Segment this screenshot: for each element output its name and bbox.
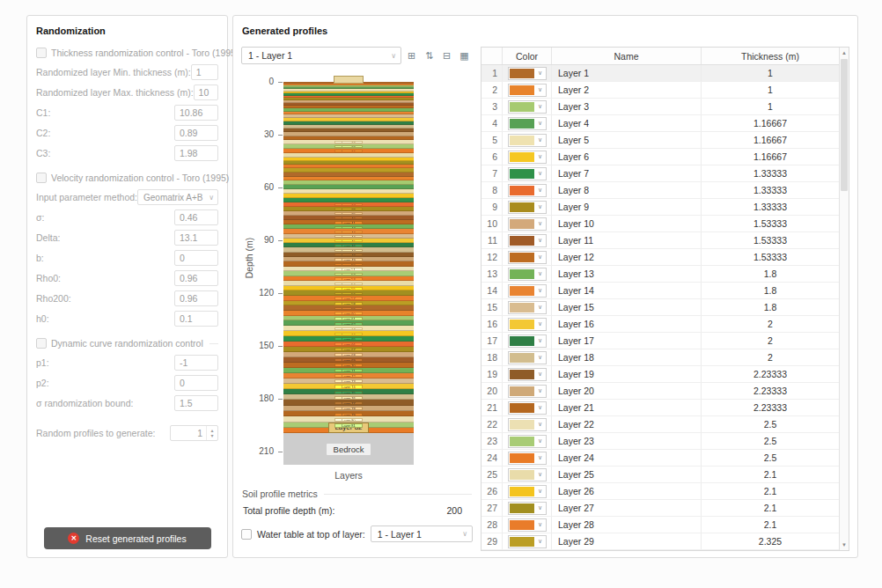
color-picker[interactable]: ∨ [508,518,547,532]
field-input[interactable]: 0.96 [174,270,218,286]
color-picker[interactable]: ∨ [508,468,547,481]
table-row[interactable]: 7 ∨ Layer 7 1.33333 [481,165,839,182]
thickness-cell[interactable]: 2.1 [702,483,839,499]
layer-name-cell[interactable]: Layer 25 [552,467,702,482]
table-row[interactable]: 2 ∨ Layer 2 1 [481,82,839,99]
color-picker[interactable]: ∨ [508,184,547,197]
field-input[interactable]: 0.89 [174,125,218,141]
table-row[interactable]: 12 ∨ Layer 12 1.53333 [481,249,839,266]
stepper-down-icon[interactable]: ▾ [210,433,213,438]
layer-name-cell[interactable]: Layer 11 [552,232,702,248]
thickness-cell[interactable]: 2.1 [702,517,839,533]
thickness-cell[interactable]: 1.16667 [702,132,839,148]
table-row[interactable]: 19 ∨ Layer 19 2.23333 [481,366,839,383]
thickness-cell[interactable]: 1.8 [702,299,839,315]
water-table-checkbox[interactable] [241,529,252,540]
field-input[interactable]: -1 [174,355,218,371]
thickness-cell[interactable]: 1.33333 [702,182,839,198]
stepper-arrows[interactable]: ▴ ▾ [206,426,217,440]
color-picker[interactable]: ∨ [508,284,547,298]
color-picker[interactable]: ∨ [508,151,547,164]
thickness-cell[interactable]: 1.8 [702,266,839,282]
thickness-cell[interactable]: 1 [702,99,839,114]
table-row[interactable]: 25 ∨ Layer 25 2.1 [481,467,839,483]
layer-name-cell[interactable]: Layer 9 [552,199,702,215]
color-picker[interactable]: ∨ [508,452,547,465]
layer-name-cell[interactable]: Layer 26 [552,483,702,499]
color-picker[interactable]: ∨ [508,251,547,264]
table-row[interactable]: 21 ∨ Layer 21 2.23333 [481,400,839,416]
field-input[interactable]: 1.5 [174,395,218,411]
color-picker[interactable]: ∨ [508,351,547,364]
color-picker[interactable]: ∨ [508,368,547,381]
thickness-cell[interactable]: 1 [702,65,839,81]
table-scrollbar[interactable]: ▲ ▼ [839,48,849,550]
color-picker[interactable]: ∨ [508,334,547,348]
table-row[interactable]: 20 ∨ Layer 20 2.23333 [481,383,839,400]
table-row[interactable]: 15 ∨ Layer 15 1.8 [481,299,839,316]
color-picker[interactable]: ∨ [508,134,547,147]
add-layer-icon[interactable]: ⊞ [404,48,419,62]
table-row[interactable]: 13 ∨ Layer 13 1.8 [481,266,839,283]
color-picker[interactable]: ∨ [508,318,547,331]
table-row[interactable]: 22 ∨ Layer 22 2.5 [481,416,839,433]
thickness-cell[interactable]: 1.53333 [702,232,839,248]
table-row[interactable]: 6 ∨ Layer 6 1.16667 [481,149,839,165]
table-row[interactable]: 9 ∨ Layer 9 1.33333 [481,199,839,216]
color-picker[interactable]: ∨ [508,435,547,448]
color-picker[interactable]: ∨ [508,67,547,80]
field-input[interactable]: 1 [191,64,218,80]
thickness-cell[interactable]: 2.5 [702,450,839,466]
layer-name-cell[interactable]: Layer 2 [552,82,702,98]
color-picker[interactable]: ∨ [508,117,547,130]
layer-name-cell[interactable]: Layer 6 [552,149,702,165]
layer-name-cell[interactable]: Layer 10 [552,216,702,232]
table-row[interactable]: 5 ∨ Layer 5 1.16667 [481,132,839,149]
field-input[interactable]: 10 [194,85,218,100]
layer-name-cell[interactable]: Layer 19 [552,366,702,382]
layer-name-cell[interactable]: Layer 20 [552,383,702,399]
thickness-cell[interactable]: 2.5 [702,433,839,449]
layer-name-cell[interactable]: Layer 3 [552,99,702,114]
table-row[interactable]: 28 ∨ Layer 28 2.1 [481,517,839,533]
layer-name-cell[interactable]: Layer 8 [552,182,702,198]
color-picker[interactable]: ∨ [508,502,547,515]
layer-name-cell[interactable]: Layer 16 [552,316,702,332]
remove-layer-icon[interactable]: ⊟ [439,48,454,62]
color-picker[interactable]: ∨ [508,84,547,97]
layer-name-cell[interactable]: Layer 4 [552,115,702,131]
input-parameter-method-select[interactable]: Geomatrix A+B ∨ [137,189,218,205]
layer-name-cell[interactable]: Layer 7 [552,165,702,181]
table-row[interactable]: 3 ∨ Layer 3 1 [481,99,839,115]
layer-table-icon[interactable]: ▦ [457,48,472,62]
color-picker[interactable]: ∨ [508,268,547,281]
thickness-cell[interactable]: 1.8 [702,283,839,298]
table-row[interactable]: 27 ∨ Layer 27 2.1 [481,500,839,517]
thickness-cell[interactable]: 1.33333 [702,165,839,181]
layer-name-cell[interactable]: Layer 15 [552,299,702,315]
table-row[interactable]: 4 ∨ Layer 4 1.16667 [481,115,839,132]
thickness-cell[interactable]: 1.53333 [702,216,839,232]
thickness-cell[interactable]: 1.53333 [702,249,839,265]
water-table-layer-select[interactable]: 1 - Layer 1 ∨ [371,526,473,542]
color-picker[interactable]: ∨ [508,535,547,548]
layer-name-cell[interactable]: Layer 17 [552,333,702,349]
layer-name-cell[interactable]: Layer 22 [552,416,702,432]
thickness-cell[interactable]: 2.1 [702,467,839,482]
table-row[interactable]: 26 ∨ Layer 26 2.1 [481,483,839,500]
table-row[interactable]: 14 ∨ Layer 14 1.8 [481,283,839,299]
layer-name-cell[interactable]: Layer 5 [552,132,702,148]
color-picker[interactable]: ∨ [508,485,547,498]
scrollbar-thumb[interactable] [841,59,848,191]
layer-name-cell[interactable]: Layer 18 [552,349,702,365]
swap-layers-icon[interactable]: ⇅ [422,48,437,62]
layer-name-cell[interactable]: Layer 12 [552,249,702,265]
color-picker[interactable]: ∨ [508,301,547,314]
random-profiles-stepper[interactable]: 1 ▴ ▾ [170,425,218,441]
thickness-cell[interactable]: 2 [702,316,839,332]
layer-name-cell[interactable]: Layer 13 [552,266,702,282]
field-input[interactable]: 0 [174,250,218,266]
thickness-cell[interactable]: 2 [702,333,839,349]
thickness-cell[interactable]: 1.16667 [702,149,839,165]
table-row[interactable]: 1 ∨ Layer 1 1 [481,65,839,82]
